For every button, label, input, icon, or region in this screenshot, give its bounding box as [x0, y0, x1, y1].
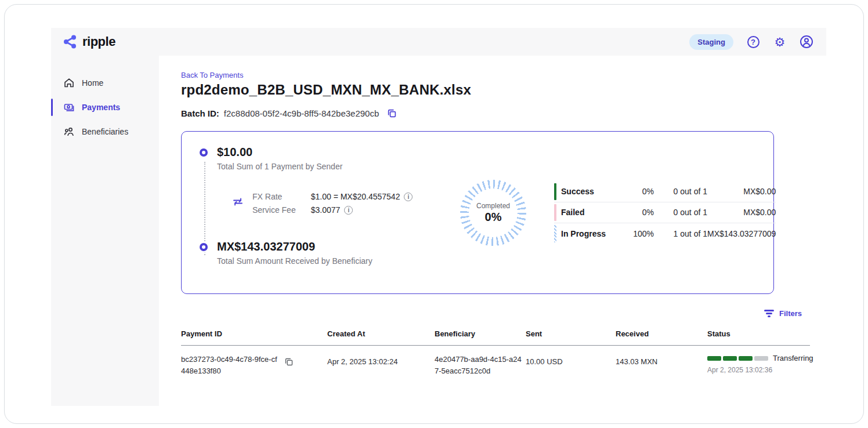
payment-timeline: $10.00 Total Sum of 1 Payment by Sender — [194, 146, 450, 280]
topbar-controls: Staging ? ⚙ — [689, 34, 813, 50]
sidebar: Home Payments — [51, 56, 159, 406]
column-header-status: Status — [707, 329, 810, 338]
sender-total-amount: $10.00 — [217, 146, 342, 159]
home-icon — [63, 77, 75, 89]
copy-payment-id-button[interactable] — [284, 357, 294, 367]
ripple-brand: ripple — [63, 34, 115, 49]
stat-count: 0 out of 1 — [654, 187, 707, 196]
success-stat-row: Success 0% 0 out of 1 MX$0.00 — [554, 182, 776, 202]
payment-id-cell: bc237273-0c49-4c78-9fce-cf448e133f80 — [181, 354, 327, 376]
payments-icon — [63, 101, 75, 113]
sidebar-item-payments[interactable]: Payments — [51, 95, 159, 119]
service-fee-info-icon[interactable]: i — [344, 206, 353, 215]
brand-wordmark: ripple — [82, 34, 115, 49]
payment-id-value: bc237273-0c49-4c78-9fce-cf448e133f80 — [181, 354, 279, 376]
completion-spinner: Completed 0% — [460, 180, 526, 246]
user-icon — [800, 35, 813, 49]
fx-exchange-icon — [232, 195, 244, 215]
service-fee-value: $3.0077 i — [311, 205, 413, 215]
fx-details: FX Rate $1.00 = MX$20.4557542 i Service … — [232, 192, 450, 215]
column-header-sent: Sent — [526, 329, 616, 338]
fx-rate-value: $1.00 = MX$20.4557542 i — [311, 192, 413, 201]
stat-percentage: 100% — [624, 229, 654, 238]
fx-rate-info-icon[interactable]: i — [404, 193, 413, 201]
top-bar: ripple Staging ? ⚙ — [51, 28, 826, 56]
column-header-payment-id: Payment ID — [181, 329, 327, 338]
screenshot-frame: ripple Staging ? ⚙ — [4, 4, 864, 424]
column-header-beneficiary: Beneficiary — [435, 329, 526, 338]
status-label: Transferring — [773, 354, 813, 362]
completed-label: Completed — [476, 202, 510, 210]
stat-count: 1 out of 1 — [654, 229, 707, 238]
beneficiary-total-amount: MX$143.03277009 — [217, 240, 372, 253]
stat-amount: MX$143.03277009 — [707, 229, 776, 238]
batch-summary-card: $10.00 Total Sum of 1 Payment by Sender — [181, 131, 774, 294]
sidebar-item-label: Beneficiaries — [82, 127, 128, 136]
question-mark-icon: ? — [747, 36, 760, 48]
page-title: rpd2demo_B2B_USD_MXN_MX_BANK.xlsx — [181, 82, 810, 98]
sidebar-item-label: Payments — [82, 103, 120, 112]
created-at-cell: Apr 2, 2025 13:02:24 — [327, 354, 435, 366]
app-window: ripple Staging ? ⚙ — [51, 28, 826, 406]
timeline-bullet-icon — [200, 243, 208, 251]
stat-label: Success — [561, 187, 624, 196]
beneficiary-cell: 4e20477b-aa9d-4c15-a247-5eacc7512c0d — [435, 354, 522, 376]
sender-total-caption: Total Sum of 1 Payment by Sender — [217, 162, 342, 171]
ripple-logo-icon — [63, 34, 78, 49]
stat-amount: MX$0.00 — [707, 187, 776, 196]
gear-icon: ⚙ — [775, 36, 786, 48]
sender-milestone: $10.00 Total Sum of 1 Payment by Sender — [194, 146, 450, 171]
batch-id-row: Batch ID: f2c88d08-05f2-4c9b-8ff5-842be3… — [181, 108, 810, 118]
failed-stat-row: Failed 0% 0 out of 1 MX$0.00 — [554, 202, 776, 223]
main-content: Back To Payments rpd2demo_B2B_USD_MXN_MX… — [159, 56, 826, 406]
sidebar-item-beneficiaries[interactable]: Beneficiaries — [51, 119, 159, 144]
beneficiaries-icon — [63, 126, 75, 137]
help-button[interactable]: ? — [746, 35, 760, 49]
table-row[interactable]: bc237273-0c49-4c78-9fce-cf448e133f80 Apr… — [181, 346, 810, 376]
service-fee-text: $3.0077 — [311, 205, 341, 215]
batch-id-label: Batch ID: — [181, 108, 219, 118]
success-bar — [554, 183, 556, 200]
status-breakdown: Success 0% 0 out of 1 MX$0.00 Failed 0% … — [554, 182, 776, 244]
filters-button[interactable]: Filters — [764, 309, 802, 318]
in-progress-bar — [554, 225, 556, 242]
in-progress-stat-row: In Progress 100% 1 out of 1 MX$143.03277… — [554, 223, 776, 244]
stat-label: In Progress — [561, 229, 624, 238]
stat-count: 0 out of 1 — [654, 208, 707, 217]
fx-rate-text: $1.00 = MX$20.4557542 — [311, 192, 400, 201]
stat-percentage: 0% — [624, 208, 654, 217]
status-progress — [707, 356, 768, 361]
completed-percentage: 0% — [485, 211, 502, 224]
account-button[interactable] — [800, 35, 813, 49]
beneficiary-milestone: MX$143.03277009 Total Sum Amount Receive… — [194, 240, 450, 266]
failed-bar — [554, 204, 556, 221]
filters-label: Filters — [779, 309, 802, 318]
spinner-ticks: Completed 0% — [460, 180, 526, 246]
service-fee-label: Service Fee — [252, 205, 296, 215]
received-cell: 143.03 MXN — [616, 354, 707, 366]
copy-batch-id-button[interactable] — [387, 108, 397, 118]
stat-amount: MX$0.00 — [707, 208, 776, 217]
column-header-created-at: Created At — [327, 329, 435, 338]
beneficiary-total-caption: Total Sum Amount Received by Beneficiary — [217, 256, 372, 266]
column-header-received: Received — [616, 329, 707, 338]
status-cell: Transferring Apr 2, 2025 13:02:36 — [707, 354, 813, 374]
stat-percentage: 0% — [624, 187, 654, 196]
payments-table-header: Payment ID Created At Beneficiary Sent R… — [181, 329, 810, 346]
settings-button[interactable]: ⚙ — [773, 35, 787, 49]
sidebar-item-home[interactable]: Home — [51, 71, 159, 95]
filter-icon — [764, 310, 774, 317]
back-to-payments-link[interactable]: Back To Payments — [181, 71, 810, 79]
sidebar-item-label: Home — [82, 78, 103, 88]
environment-badge: Staging — [689, 34, 733, 50]
batch-id-value: f2c88d08-05f2-4c9b-8ff5-842be3e290cb — [224, 108, 379, 118]
fx-rate-label: FX Rate — [252, 192, 296, 201]
sent-cell: 10.00 USD — [526, 354, 616, 366]
stat-label: Failed — [561, 208, 624, 217]
timeline-bullet-icon — [200, 148, 208, 157]
status-timestamp: Apr 2, 2025 13:02:36 — [707, 366, 813, 374]
